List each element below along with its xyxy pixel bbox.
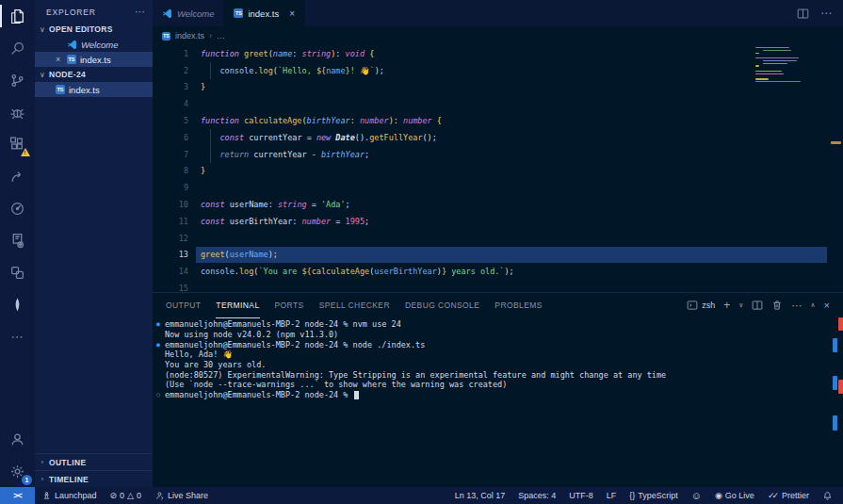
minimap-line <box>755 81 801 82</box>
terminal-ruler-mark <box>833 415 837 431</box>
file-row-indexts[interactable]: TS index.ts <box>35 82 153 97</box>
outline-section[interactable]: › OUTLINE <box>35 454 153 470</box>
terminal-text: Hello, Ada! 👋 <box>165 350 233 359</box>
live-share-icon <box>154 491 165 501</box>
code-editor[interactable]: 1function greet(name: string): void {2 c… <box>153 45 843 292</box>
minimap[interactable] <box>755 47 807 84</box>
kill-terminal-icon[interactable] <box>771 300 783 311</box>
split-editor-icon[interactable] <box>797 8 809 20</box>
open-editor-indexts[interactable]: × TS index.ts <box>35 52 153 67</box>
commit-graph-icon[interactable] <box>0 192 35 224</box>
panel-tab-bar: OUTPUTTERMINALPORTSSPELL CHECKERDEBUG CO… <box>153 293 843 317</box>
terminal-text: (Use `node --trace-warnings ...` to show… <box>165 380 507 389</box>
code-line-4[interactable]: 4 <box>153 95 843 112</box>
code-line-5[interactable]: 5function calculateAge(birthYear: number… <box>153 112 843 129</box>
open-editor-welcome[interactable]: Welcome <box>35 37 153 52</box>
terminal-dropdown-icon[interactable]: ∨ <box>738 301 743 309</box>
code-line-13[interactable]: 13greet(userName); <box>153 247 843 264</box>
open-editor-label: Welcome <box>81 40 118 50</box>
notifications-item[interactable] <box>816 487 839 504</box>
language-mode-item[interactable]: {} TypeScript <box>623 487 685 504</box>
open-editors-section[interactable]: ∨ OPEN EDITORS <box>35 22 153 37</box>
live-objects-icon[interactable] <box>0 256 35 288</box>
breadcrumb[interactable]: TS index.ts › … <box>153 26 843 45</box>
code-line-14[interactable]: 14console.log(`You are ${calculateAge(us… <box>153 263 843 280</box>
file-label: index.ts <box>69 85 100 95</box>
editor-more-actions-icon[interactable]: ⋯ <box>820 7 832 20</box>
share-icon[interactable] <box>0 160 35 192</box>
chevron-right-icon: › <box>39 458 46 466</box>
chevron-right-icon: › <box>39 475 46 483</box>
eol-item[interactable]: LF <box>600 487 624 504</box>
panel-tab-problems[interactable]: PROBLEMS <box>494 293 542 318</box>
extensions-icon[interactable] <box>0 128 35 160</box>
tab-indexts[interactable]: TS index.ts × <box>224 0 305 26</box>
code-line-11[interactable]: 11const userBirthYear: number = 1995; <box>153 213 843 230</box>
close-panel-icon[interactable]: × <box>824 300 830 311</box>
terminal-output[interactable]: ●emmanueljohn@Emmanuels-MBP-2 node-24 % … <box>153 319 828 487</box>
rocket-icon <box>41 491 52 501</box>
problems-item[interactable]: ⊘ 0 △ 0 <box>104 487 149 504</box>
live-share-item[interactable]: Live Share <box>148 487 215 504</box>
launchpad-item[interactable]: Launchpad <box>35 487 104 504</box>
indentation-item[interactable]: Spaces: 4 <box>511 487 562 504</box>
code-line-7[interactable]: 7 return currentYear - birthYear; <box>153 146 843 163</box>
code-line-9[interactable]: 9 <box>153 179 843 196</box>
go-live-item[interactable]: ◉ Go Live <box>708 487 761 504</box>
code-line-3[interactable]: 3} <box>153 79 843 96</box>
encoding-item[interactable]: UTF-8 <box>562 487 600 504</box>
cursor-position-item[interactable]: Ln 13, Col 17 <box>448 487 512 504</box>
source-control-icon[interactable] <box>0 64 35 96</box>
terminal-line: ●emmanueljohn@Emmanuels-MBP-2 node-24 % … <box>156 339 828 350</box>
folder-section-node24[interactable]: ∨ NODE-24 <box>35 67 153 82</box>
mongodb-icon[interactable] <box>0 288 35 320</box>
timeline-section[interactable]: › TIMELINE <box>35 470 153 487</box>
terminal-line: ○emmanueljohn@Emmanuels-MBP-2 node-24 % <box>156 390 828 400</box>
editor-scrollbar[interactable] <box>830 45 843 292</box>
search-icon[interactable] <box>0 32 35 64</box>
command-decoration-icon: ○ <box>156 391 165 398</box>
runner-icon[interactable] <box>0 224 35 256</box>
chevron-down-icon: ∨ <box>39 25 46 34</box>
close-icon[interactable]: × <box>289 8 295 19</box>
maximize-panel-icon[interactable]: ∧ <box>810 301 815 309</box>
panel-tab-output[interactable]: OUTPUT <box>166 293 201 318</box>
settings-icon[interactable]: 1 <box>0 455 35 487</box>
tab-welcome[interactable]: Welcome <box>153 0 224 26</box>
run-debug-icon[interactable] <box>0 96 35 128</box>
feedback-item[interactable]: ☺ <box>685 487 708 504</box>
breadcrumb-more[interactable]: … <box>217 31 225 41</box>
code-text: const userName: string = 'Ada'; <box>201 200 350 209</box>
more-views-icon[interactable]: ⋯ <box>0 320 35 352</box>
terminal-text: emmanueljohn@Emmanuels-MBP-2 node-24 % <box>165 390 353 399</box>
code-text: console.log(`Hello, ${name}! 👋`); <box>201 66 384 75</box>
terminal-shell-item[interactable]: zsh <box>687 300 715 311</box>
line-number: 2 <box>153 66 201 75</box>
code-text: greet(userName); <box>201 250 278 259</box>
panel-tab-ports[interactable]: PORTS <box>275 293 304 318</box>
code-line-1[interactable]: 1function greet(name: string): void { <box>153 45 843 62</box>
line-number: 12 <box>153 234 201 243</box>
panel-more-actions-icon[interactable]: ⋯ <box>791 300 802 312</box>
panel-tab-terminal[interactable]: TERMINAL <box>216 293 259 318</box>
shell-label: zsh <box>702 301 715 310</box>
accounts-icon[interactable] <box>0 423 35 455</box>
ts-file-icon: TS <box>162 32 170 41</box>
code-line-12[interactable]: 12 <box>153 230 843 247</box>
prettier-item[interactable]: ✓✓ Prettier <box>761 487 816 504</box>
code-line-6[interactable]: 6 const currentYear = new Date().getFull… <box>153 129 843 146</box>
panel-tab-debug-console[interactable]: DEBUG CONSOLE <box>405 293 479 318</box>
explorer-actions-icon[interactable]: ⋯ <box>135 6 145 18</box>
remote-indicator[interactable]: >< <box>0 487 35 504</box>
new-terminal-icon[interactable]: + <box>723 299 730 312</box>
split-terminal-icon[interactable] <box>752 300 763 311</box>
close-icon[interactable]: × <box>56 55 63 64</box>
code-line-2[interactable]: 2 console.log(`Hello, ${name}! 👋`); <box>153 62 843 79</box>
code-line-8[interactable]: 8} <box>153 163 843 180</box>
terminal-text: Now using node v24.0.2 (npm v11.3.0) <box>165 330 338 339</box>
explorer-icon[interactable] <box>0 0 35 32</box>
panel-tab-spell-checker[interactable]: SPELL CHECKER <box>319 293 390 318</box>
breadcrumb-file[interactable]: index.ts <box>175 31 204 41</box>
terminal-line: (Use `node --trace-warnings ...` to show… <box>156 380 828 390</box>
code-line-10[interactable]: 10const userName: string = 'Ada'; <box>153 196 843 213</box>
